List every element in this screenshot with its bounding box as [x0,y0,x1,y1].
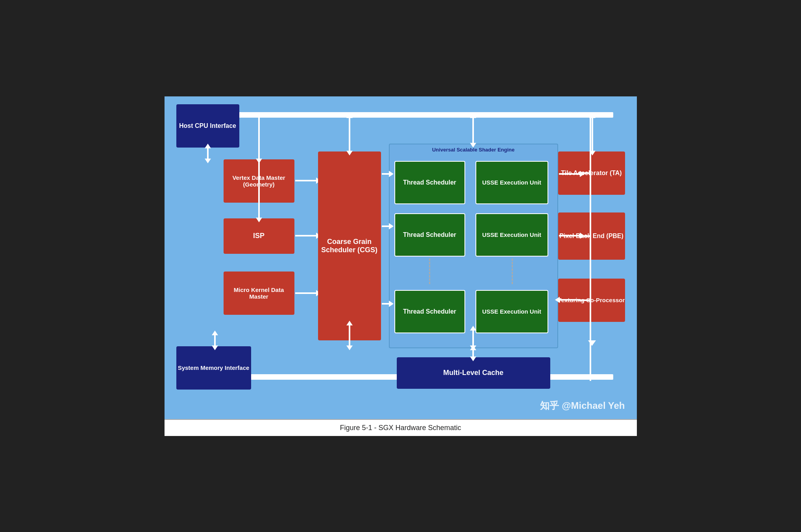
usse-container: Universal Scalable Shader Engine Thread … [389,144,558,348]
diagram-area: Host CPU Interface System Memory Interfa… [165,96,637,419]
cgs-to-bottom-bus-arrow [349,325,350,346]
ta-right-stub [579,172,591,174]
ta-to-top-bus-arrow [592,117,593,151]
top-bus [188,112,613,118]
page-wrapper: Host CPU Interface System Memory Interfa… [165,96,637,436]
top-bus-to-cgs-arrow [349,117,350,151]
host-cpu-top-bus-arrow [207,148,209,159]
usse-exec-unit-1: USSE Execution Unit [475,161,548,204]
system-memory-interface: System Memory Interface [176,346,251,390]
cgs-to-ts1-arrow [382,173,390,175]
cache-to-bottom-bus-arrow [472,330,474,346]
micro-to-cgs-arrow [295,292,317,294]
usse-to-ta-arrow [559,173,581,175]
texturing-to-usse-arrow [559,299,581,301]
isp-to-cgs-arrow [295,235,317,236]
usse-title: Universal Scalable Shader Engine [390,147,557,153]
cgs-block: Coarse Grain Scheduler (CGS) [318,151,381,340]
vertex-to-cgs-arrow [295,180,317,181]
host-cpu-interface: Host CPU Interface [176,104,239,148]
usse-exec-unit-2: USSE Execution Unit [475,213,548,257]
usse-to-cache-arrow [472,349,474,357]
multi-level-cache: Multi-Level Cache [397,357,550,389]
thread-scheduler-2: Thread Scheduler [394,213,465,257]
top-bus-to-usse-arrow [472,117,474,144]
dashed-line-right [512,259,513,284]
usse-to-pbe-arrow [559,235,581,236]
micro-kernel-data-master: Micro Kernel Data Master [224,272,294,315]
thread-scheduler-1: Thread Scheduler [394,161,465,204]
pbe-right-stub [579,235,591,237]
diagram-caption: Figure 5-1 - SGX Hardware Schematic [165,419,637,436]
usse-exec-unit-3: USSE Execution Unit [475,290,548,333]
right-line-bottom-arrowhead [588,340,596,346]
texturing-right-stub [579,299,591,301]
isp-block: ISP [224,218,294,254]
cgs-to-ts3-arrow [382,303,390,305]
bus-to-isp-arrow [258,117,260,218]
dashed-line-left [429,259,430,284]
watermark: 知乎 @Michael Yeh [540,399,625,412]
system-memory-bottom-bus-arrow [214,334,216,346]
cgs-to-ts2-arrow [382,225,390,227]
thread-scheduler-3: Thread Scheduler [394,290,465,333]
